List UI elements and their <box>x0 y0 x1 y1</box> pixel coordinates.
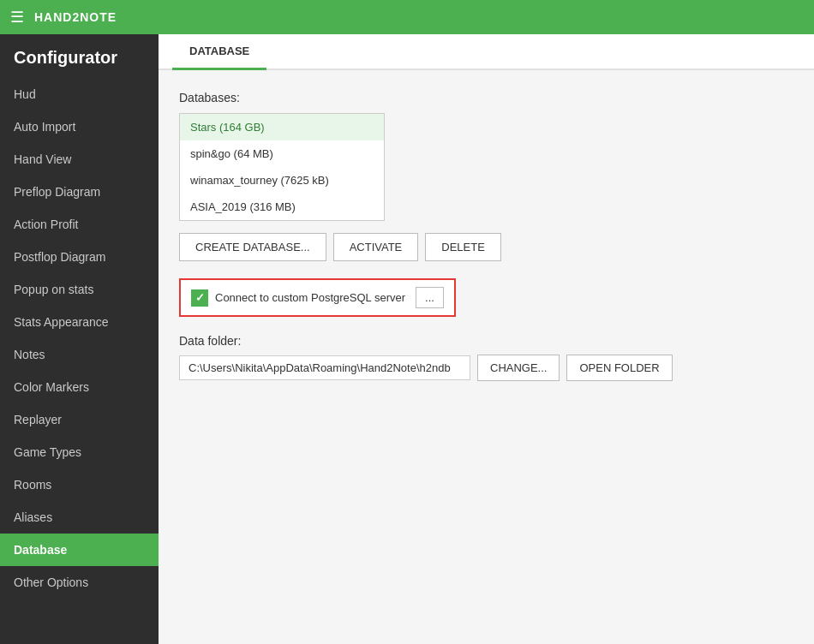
folder-label: Data folder: <box>179 334 793 348</box>
psql-settings-button[interactable]: ... <box>416 287 444 308</box>
sidebar-item-database[interactable]: Database <box>0 534 159 566</box>
sidebar-item-popup-on-stats[interactable]: Popup on stats <box>0 273 159 306</box>
activate-button[interactable]: ACTIVATE <box>333 233 419 261</box>
sidebar-item-action-profit[interactable]: Action Profit <box>0 208 159 241</box>
folder-row: C:\Users\Nikita\AppData\Roaming\Hand2Not… <box>179 355 793 381</box>
sidebar-item-other-options[interactable]: Other Options <box>0 566 159 599</box>
database-list: Stars (164 GB)spin&go (64 MB)winamax_tou… <box>179 113 385 221</box>
sidebar-item-notes[interactable]: Notes <box>0 338 159 371</box>
sidebar-item-replayer[interactable]: Replayer <box>0 403 159 436</box>
sidebar-item-rooms[interactable]: Rooms <box>0 468 159 501</box>
layout: Configurator HudAuto ImportHand ViewPref… <box>0 34 814 644</box>
database-list-item[interactable]: winamax_tourney (7625 kB) <box>180 167 384 194</box>
sidebar-item-hand-view[interactable]: Hand View <box>0 143 159 176</box>
main-content: DATABASE Databases: Stars (164 GB)spin&g… <box>159 34 814 644</box>
sidebar: Configurator HudAuto ImportHand ViewPref… <box>0 34 159 644</box>
databases-label: Databases: <box>179 91 793 104</box>
folder-section: Data folder: C:\Users\Nikita\AppData\Roa… <box>179 334 793 381</box>
database-list-item[interactable]: Stars (164 GB) <box>180 114 384 140</box>
sidebar-app-title: Configurator <box>0 34 159 78</box>
psql-row: Connect to custom PostgreSQL server ... <box>179 278 456 317</box>
open-folder-button[interactable]: OPEN FOLDER <box>566 355 672 381</box>
sidebar-item-aliases[interactable]: Aliases <box>0 501 159 534</box>
sidebar-item-color-markers[interactable]: Color Markers <box>0 371 159 403</box>
sidebar-item-postflop-diagram[interactable]: Postflop Diagram <box>0 241 159 273</box>
create-database-button[interactable]: CREATE DATABASE... <box>179 233 326 261</box>
menu-icon[interactable]: ☰ <box>10 8 24 27</box>
sidebar-item-auto-import[interactable]: Auto Import <box>0 110 159 143</box>
sidebar-item-preflop-diagram[interactable]: Preflop Diagram <box>0 176 159 208</box>
topbar: ☰ HAND2NOTE <box>0 0 814 34</box>
database-list-item[interactable]: spin&go (64 MB) <box>180 140 384 167</box>
tab-database[interactable]: DATABASE <box>172 34 266 70</box>
psql-checkbox[interactable] <box>191 289 208 307</box>
folder-path: C:\Users\Nikita\AppData\Roaming\Hand2Not… <box>179 355 470 380</box>
content-area: Databases: Stars (164 GB)spin&go (64 MB)… <box>159 70 814 402</box>
delete-button[interactable]: DELETE <box>425 233 501 261</box>
sidebar-item-hud[interactable]: Hud <box>0 78 159 110</box>
app-title: HAND2NOTE <box>34 10 117 24</box>
database-list-item[interactable]: ASIA_2019 (316 MB) <box>180 194 384 220</box>
sidebar-item-game-types[interactable]: Game Types <box>0 436 159 468</box>
db-actions-row: CREATE DATABASE... ACTIVATE DELETE <box>179 233 793 261</box>
change-folder-button[interactable]: CHANGE... <box>477 355 560 381</box>
tab-bar: DATABASE <box>159 34 814 70</box>
psql-label: Connect to custom PostgreSQL server <box>215 291 405 304</box>
sidebar-item-stats-appearance[interactable]: Stats Appearance <box>0 306 159 338</box>
